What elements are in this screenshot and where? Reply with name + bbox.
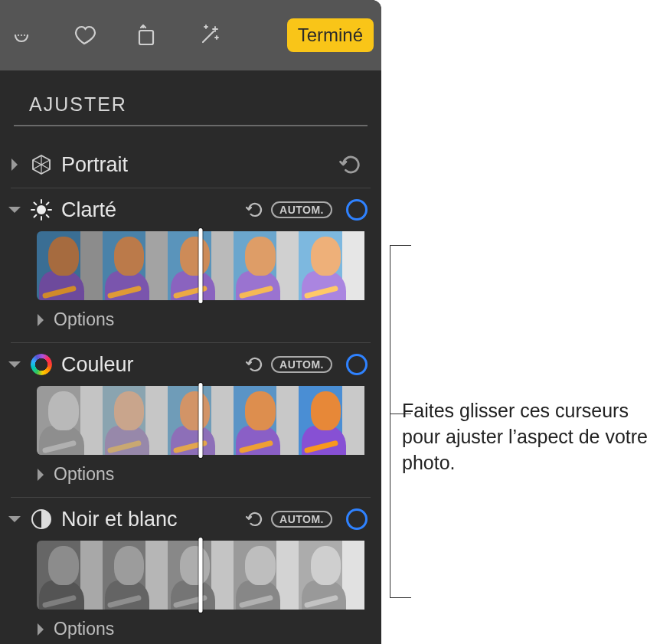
status-ring[interactable] bbox=[346, 508, 368, 530]
light-section: Clarté AUTOM. Options bbox=[8, 193, 374, 343]
light-header[interactable]: Clarté AUTOM. bbox=[8, 193, 374, 228]
chevron-right-icon bbox=[8, 157, 21, 172]
callout-text: Faites glisser ces curseurs pour ajuster… bbox=[402, 398, 650, 476]
portrait-icon bbox=[29, 152, 54, 177]
bw-label: Noir et blanc bbox=[61, 508, 237, 531]
bw-header[interactable]: Noir et blanc AUTOM. bbox=[8, 502, 374, 538]
options-label: Options bbox=[54, 309, 114, 330]
color-slider[interactable] bbox=[37, 386, 364, 455]
undo-icon[interactable] bbox=[245, 201, 263, 219]
color-icon bbox=[29, 352, 54, 377]
toolbar: Terminé bbox=[0, 0, 381, 70]
callout-line bbox=[390, 245, 390, 597]
light-slider[interactable] bbox=[37, 231, 364, 300]
thumbnail[interactable] bbox=[299, 386, 364, 455]
thumbnail[interactable] bbox=[234, 541, 299, 610]
chevron-right-icon bbox=[35, 622, 46, 637]
color-label: Couleur bbox=[61, 353, 237, 377]
undo-icon[interactable] bbox=[245, 355, 263, 374]
bw-icon bbox=[29, 507, 54, 531]
divider bbox=[11, 188, 371, 188]
thumbnail[interactable] bbox=[299, 231, 364, 300]
thumbnail[interactable] bbox=[103, 541, 168, 610]
color-options[interactable]: Options bbox=[8, 458, 374, 492]
chevron-down-icon bbox=[7, 203, 22, 217]
chevron-right-icon bbox=[35, 312, 46, 328]
panel-title: AJUSTER bbox=[8, 89, 374, 125]
thumbnail[interactable] bbox=[234, 386, 299, 455]
chevron-down-icon bbox=[7, 358, 22, 371]
portrait-header[interactable]: Portrait bbox=[8, 148, 374, 183]
light-options[interactable]: Options bbox=[8, 303, 374, 338]
auto-button[interactable]: AUTOM. bbox=[271, 356, 332, 373]
divider bbox=[11, 342, 371, 343]
done-button[interactable]: Terminé bbox=[287, 18, 374, 52]
divider bbox=[14, 125, 368, 126]
more-icon[interactable] bbox=[6, 20, 37, 51]
bw-section: Noir et blanc AUTOM. Options bbox=[8, 502, 374, 644]
panel-body: AJUSTER Portrait bbox=[0, 70, 381, 644]
thumbnail[interactable] bbox=[103, 231, 168, 300]
edit-panel: Terminé AJUSTER Portrait bbox=[0, 0, 381, 644]
auto-button[interactable]: AUTOM. bbox=[271, 201, 332, 218]
chevron-down-icon bbox=[7, 512, 22, 526]
bw-slider[interactable] bbox=[37, 541, 364, 610]
thumbnail[interactable] bbox=[37, 231, 103, 300]
options-label: Options bbox=[54, 464, 114, 485]
thumbnail[interactable] bbox=[234, 231, 299, 300]
auto-enhance-icon[interactable] bbox=[194, 20, 225, 51]
thumbnail[interactable] bbox=[103, 386, 168, 455]
auto-button[interactable]: AUTOM. bbox=[271, 511, 332, 528]
slider-handle[interactable] bbox=[199, 383, 203, 458]
callout-tick bbox=[390, 245, 411, 246]
thumbnail[interactable] bbox=[37, 541, 103, 610]
color-header[interactable]: Couleur AUTOM. bbox=[8, 348, 374, 383]
slider-handle[interactable] bbox=[199, 228, 203, 303]
undo-icon[interactable] bbox=[338, 153, 361, 176]
color-section: Couleur AUTOM. Options bbox=[8, 348, 374, 498]
light-icon bbox=[29, 198, 54, 222]
light-label: Clarté bbox=[61, 198, 237, 222]
callout-tick bbox=[390, 597, 411, 598]
chevron-right-icon bbox=[35, 467, 46, 482]
thumbnail[interactable] bbox=[299, 541, 364, 610]
thumbnail[interactable] bbox=[37, 386, 103, 455]
crop-rotate-icon[interactable] bbox=[132, 20, 162, 51]
undo-icon[interactable] bbox=[245, 510, 263, 528]
portrait-section: Portrait bbox=[8, 148, 374, 188]
options-label: Options bbox=[54, 619, 114, 639]
svg-rect-0 bbox=[139, 31, 153, 44]
svg-point-1 bbox=[38, 206, 45, 214]
bw-options[interactable]: Options bbox=[8, 613, 374, 644]
status-ring[interactable] bbox=[346, 354, 368, 375]
divider bbox=[11, 497, 371, 498]
favorite-icon[interactable] bbox=[69, 20, 100, 51]
portrait-label: Portrait bbox=[61, 153, 331, 177]
status-ring[interactable] bbox=[346, 199, 368, 221]
slider-handle[interactable] bbox=[199, 538, 203, 613]
